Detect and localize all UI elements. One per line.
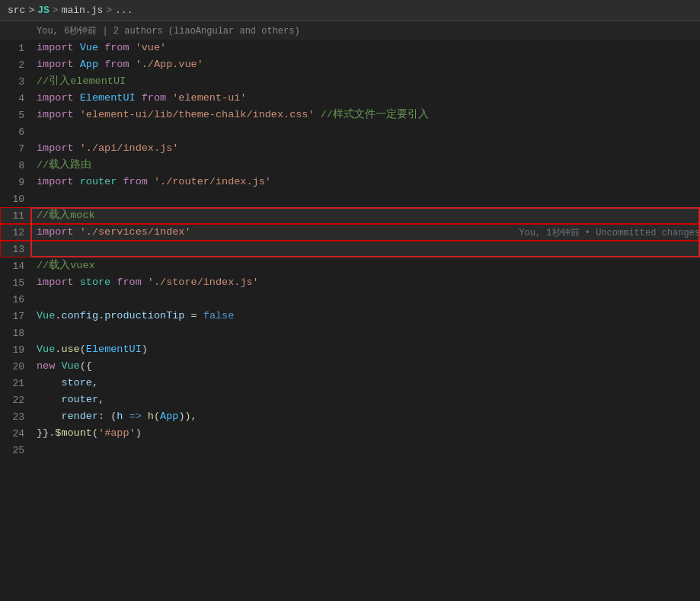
code-line: 6 xyxy=(0,123,700,140)
code-line: 10 xyxy=(0,190,700,207)
token-fn: $mount xyxy=(55,427,92,439)
line-number: 12 xyxy=(0,227,30,238)
line-number: 8 xyxy=(0,160,30,171)
token-plain xyxy=(74,42,80,53)
token-fn: h xyxy=(148,411,154,422)
token-plain xyxy=(74,226,80,238)
token-plain xyxy=(148,176,154,187)
token-kw-import: import xyxy=(37,142,74,154)
line-content: //引入elementUI xyxy=(30,73,700,90)
token-str: './App.vue' xyxy=(136,59,203,70)
token-plain: = xyxy=(184,310,203,321)
token-id-elementui: ElementUI xyxy=(86,344,142,355)
token-plain xyxy=(142,277,148,288)
git-info-bar: You, 6秒钟前 | 2 authors (liaoAngular and o… xyxy=(0,21,700,40)
token-id-elementui: ElementUI xyxy=(80,92,136,104)
code-line: 15import store from './store/index.js' xyxy=(0,274,700,291)
token-comment: //引入elementUI xyxy=(37,75,126,87)
token-plain xyxy=(74,92,80,104)
token-plain: ) xyxy=(142,344,148,355)
token-arrow: => xyxy=(129,411,142,422)
token-cls: Vue xyxy=(37,344,55,355)
line-number: 14 xyxy=(0,261,30,272)
code-line: 7import './api/index.js' xyxy=(0,140,700,157)
line-content: //载入mock xyxy=(30,207,700,224)
line-content xyxy=(30,324,700,341)
line-number: 24 xyxy=(0,428,30,440)
token-kw-from: from xyxy=(104,42,129,53)
token-plain xyxy=(315,109,321,120)
line-content: //载入vuex xyxy=(30,257,700,274)
breadcrumb-sep2: > xyxy=(53,5,59,16)
line-number: 13 xyxy=(0,244,30,255)
code-line: 17Vue.config.productionTip = false xyxy=(0,308,700,324)
code-line: 2import App from './App.vue' xyxy=(0,56,700,73)
line-content: router, xyxy=(30,392,700,408)
line-number: 1 xyxy=(0,43,30,54)
line-number: 9 xyxy=(0,177,30,188)
code-line: 25 xyxy=(0,442,700,459)
token-id-router: router xyxy=(80,176,117,187)
token-str: 'element-ui' xyxy=(172,92,246,104)
code-line: 4import ElementUI from 'element-ui' xyxy=(0,90,700,107)
git-info-text: You, 6秒钟前 | 2 authors (liaoAngular and o… xyxy=(37,24,300,37)
line-number: 22 xyxy=(0,395,30,406)
token-plain: . xyxy=(98,310,104,321)
token-comment: //载入vuex xyxy=(37,260,95,271)
token-kw-false: false xyxy=(203,310,235,321)
line-number: 4 xyxy=(0,93,30,104)
token-kw-import: import xyxy=(37,109,74,120)
token-str: 'element-ui/lib/theme-chalk/index.css' xyxy=(80,109,315,120)
token-kw-from: from xyxy=(117,277,141,288)
line-content xyxy=(30,291,700,308)
code-line: 24}}.$mount('#app') xyxy=(0,425,700,442)
breadcrumb-bar: src > JS > main.js > ... xyxy=(0,0,700,21)
breadcrumb-file: main.js xyxy=(62,5,104,16)
line-number: 20 xyxy=(0,361,30,372)
token-plain xyxy=(142,411,148,422)
editor-area[interactable]: 1import Vue from 'vue'2import App from '… xyxy=(0,40,700,601)
line-number: 10 xyxy=(0,193,30,205)
token-plain: , xyxy=(92,377,98,388)
token-plain xyxy=(74,142,80,154)
token-kw-new: new xyxy=(37,360,55,372)
token-plain xyxy=(37,377,61,388)
code-line: 1import Vue from 'vue' xyxy=(0,40,700,56)
code-line: 12import './services/index'You, 1秒钟前 • U… xyxy=(0,224,700,241)
line-number: 23 xyxy=(0,411,30,423)
token-kw-import: import xyxy=(37,59,74,70)
line-content: render: (h => h(App)), xyxy=(30,408,700,425)
line-content: //载入路由 xyxy=(30,157,700,174)
line-content xyxy=(30,442,700,459)
line-content: import './services/index' xyxy=(30,224,503,241)
token-plain: ( xyxy=(80,344,86,355)
token-plain xyxy=(74,59,80,70)
token-id-app: App xyxy=(80,59,98,70)
token-plain xyxy=(74,109,80,120)
line-content: import 'element-ui/lib/theme-chalk/index… xyxy=(30,107,700,123)
token-str: './router/index.js' xyxy=(154,176,271,187)
token-kw-import: import xyxy=(37,42,74,53)
line-content: import router from './router/index.js' xyxy=(30,174,700,190)
token-plain: , xyxy=(98,394,104,405)
token-str: './api/index.js' xyxy=(80,142,179,154)
line-number: 6 xyxy=(0,126,30,138)
token-plain xyxy=(37,394,61,405)
token-plain xyxy=(37,411,61,422)
line-content xyxy=(30,241,700,257)
code-line: 23 render: (h => h(App)), xyxy=(0,408,700,425)
code-line: 20new Vue({ xyxy=(0,358,700,375)
token-fn: use xyxy=(61,344,79,355)
code-line: 16 xyxy=(0,291,700,308)
token-prop: productionTip xyxy=(104,310,184,321)
line-number: 3 xyxy=(0,76,30,88)
token-plain xyxy=(136,92,142,104)
line-number: 25 xyxy=(0,445,30,456)
line-number: 17 xyxy=(0,311,30,322)
token-plain xyxy=(129,59,136,70)
token-plain xyxy=(74,277,80,288)
line-number: 21 xyxy=(0,378,30,389)
line-number: 16 xyxy=(0,294,30,305)
line-content: import ElementUI from 'element-ui' xyxy=(30,90,700,107)
line-number: 11 xyxy=(0,210,30,222)
